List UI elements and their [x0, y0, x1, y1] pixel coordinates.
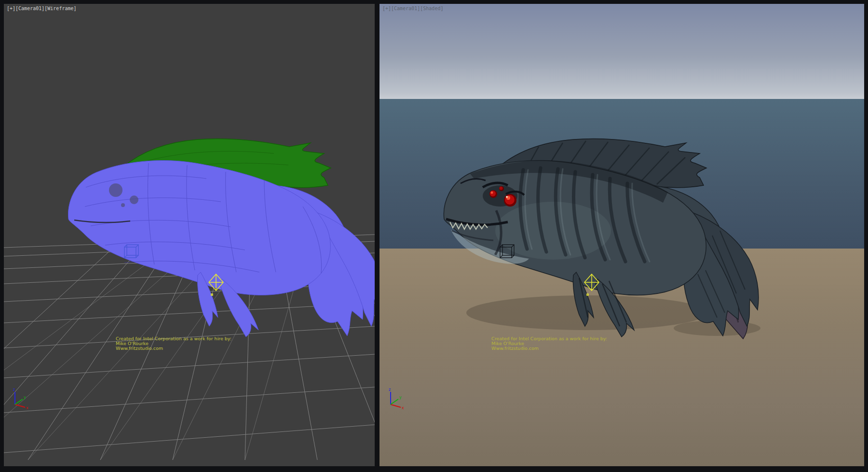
viewport-menu-button[interactable]: [+] [382, 6, 391, 11]
viewport-menu-button[interactable]: [+] [7, 6, 15, 11]
axis-z-label: z [389, 388, 391, 392]
viewport-camera01-wireframe[interactable]: [+][Camera01][Wireframe] [4, 4, 375, 466]
axis-y-label: y [24, 395, 26, 400]
viewport-camera-label[interactable]: [Camera01] [391, 6, 420, 11]
axis-x-label: x [402, 406, 404, 410]
viewport-camera-label[interactable]: [Camera01] [15, 6, 44, 11]
axis-x-label: x [26, 406, 28, 410]
watermark: Created for Intel Corporation as a work … [116, 336, 231, 351]
watermark-line3: Www.fritzstudio.com [116, 346, 231, 351]
watermark-line3: Www.fritzstudio.com [491, 346, 607, 351]
axis-y-label: y [399, 395, 402, 400]
viewport-shading-label[interactable]: [Wireframe] [44, 6, 76, 11]
axis-z-label: z [13, 388, 15, 392]
watermark: Created for Intel Corporation as a work … [491, 336, 607, 351]
viewport-shading-label[interactable]: [Shaded] [420, 6, 443, 11]
viewport-label: [+][Camera01][Shaded] [382, 6, 443, 11]
fish-creature-wireframe[interactable] [68, 139, 375, 337]
scene-wireframe [4, 4, 375, 466]
scene-shaded [380, 4, 864, 466]
axis-tripod: z x y [383, 386, 406, 410]
axis-tripod: z x y [8, 386, 30, 410]
viewport-label: [+][Camera01][Wireframe] [7, 6, 77, 11]
viewport-camera01-shaded[interactable]: [+][Camera01][Shaded] [380, 4, 864, 466]
